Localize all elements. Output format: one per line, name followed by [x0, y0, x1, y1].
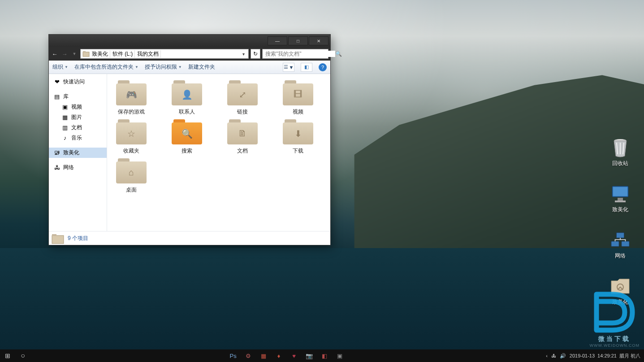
folder-icon — [52, 233, 64, 244]
folder-item-desktop[interactable]: ⌂桌面 — [111, 158, 152, 194]
breadcrumb-seg-0[interactable]: 致美化 — [90, 50, 110, 58]
search-input[interactable] — [263, 51, 335, 57]
svg-rect-10 — [83, 51, 86, 52]
lib-video-icon: ▣ — [61, 104, 69, 111]
folder-item-favorites[interactable]: ☆收藏夹 — [111, 119, 152, 155]
folder-icon: 🗎 — [227, 119, 258, 144]
sidebar-item-label: 文档 — [71, 124, 82, 131]
toolbar: 组织▼ 在库中包含所选的文件夹▼ 授予访问权限▼ 新建文件夹 ☰▼ ◧ ? — [49, 61, 330, 74]
toolbar-organize[interactable]: 组织▼ — [52, 63, 68, 71]
folder-label: 保存的游戏 — [118, 108, 145, 116]
watermark: 微当下载 WWW.WEIDOWN.COM — [590, 291, 640, 348]
folder-item-videos[interactable]: 🎞视频 — [277, 80, 319, 116]
nav-back-button[interactable]: ← — [51, 51, 59, 57]
desktop-icon-label: 致美化 — [612, 206, 628, 214]
start-button[interactable]: ⊞ — [0, 349, 15, 362]
folder-label: 视频 — [293, 108, 303, 116]
lib-pictures-icon: ▦ — [61, 114, 69, 121]
tray-overflow-button[interactable]: ‹ — [546, 353, 548, 358]
toolbar-view-button[interactable]: ☰▼ — [283, 63, 294, 72]
desktop-icon-recycle-bin[interactable]: 回收站 — [605, 138, 636, 167]
watermark-url: WWW.WEIDOWN.COM — [590, 343, 640, 348]
clock-lunar: 腊月 初八 — [619, 353, 640, 359]
maximize-button[interactable]: □ — [288, 36, 308, 45]
sidebar-item-libraries[interactable]: ▤库 — [49, 92, 107, 102]
address-bar: ← → ▼ 致美化 软件 (L:) 我的文档 ▾ ↻ 🔍 — [49, 47, 330, 61]
folder-label: 下载 — [293, 147, 303, 155]
svg-rect-9 — [83, 52, 89, 57]
nav-forward-button[interactable]: → — [61, 51, 69, 57]
watermark-logo-icon — [590, 291, 639, 333]
desktop-icon-label: 网络 — [615, 252, 626, 260]
taskbar-app-jd[interactable]: ♦ — [271, 349, 286, 362]
tray-volume-icon[interactable]: 🔊 — [560, 353, 566, 359]
sidebar-item-lib-documents[interactable]: ▥文档 — [49, 122, 107, 133]
sidebar-item-lib-music[interactable]: ♪音乐 — [49, 133, 107, 143]
wallpaper-water — [0, 248, 644, 349]
minimize-button[interactable]: — — [268, 36, 287, 45]
folder-item-saved-games[interactable]: 🎮保存的游戏 — [111, 80, 152, 116]
desktop-icon-themed-pc[interactable]: 致美化 — [605, 184, 636, 214]
recycle-bin-icon — [610, 138, 630, 158]
desktop-icons: 回收站 致美化 网络 致美化 — [605, 138, 636, 306]
folder-icon: 🎮 — [116, 80, 147, 105]
taskbar-app-app8[interactable]: ▣ — [332, 349, 347, 362]
sidebar-item-label: 快速访问 — [63, 78, 85, 86]
folder-label: 链接 — [237, 108, 248, 116]
breadcrumb[interactable]: 致美化 软件 (L:) 我的文档 ▾ — [80, 49, 249, 59]
taskbar-app-heart[interactable]: ♥ — [286, 349, 302, 362]
folder-item-downloads[interactable]: ⬇下载 — [277, 119, 319, 155]
breadcrumb-dropdown[interactable]: ▾ — [241, 52, 246, 57]
taskbar: ⊞ ○ Ps⚙▦♦♥📷◧▣ ‹ 🖧 🔊 2019-01-13 14:29:21 … — [0, 349, 644, 362]
titlebar[interactable]: — □ ✕ — [49, 35, 330, 47]
folder-item-documents[interactable]: 🗎文档 — [222, 119, 263, 155]
desktop-icon-network[interactable]: 网络 — [605, 231, 636, 260]
svg-rect-11 — [52, 236, 64, 244]
folder-icon: 🎞 — [283, 80, 313, 105]
status-text: 9 个项目 — [68, 235, 88, 242]
taskbar-app-camera[interactable]: 📷 — [302, 349, 317, 362]
toolbar-grant[interactable]: 授予访问权限▼ — [145, 63, 182, 71]
sidebar-item-this-pc[interactable]: 🖳致美化 — [49, 148, 107, 158]
folder-item-searches[interactable]: 🔍搜索 — [166, 119, 207, 155]
search-icon[interactable]: 🔍 — [335, 51, 342, 57]
svg-rect-3 — [618, 198, 623, 201]
taskbar-app-app7[interactable]: ◧ — [317, 349, 332, 362]
system-tray: ‹ 🖧 🔊 2019-01-13 14:29:21 腊月 初八 — [542, 353, 644, 359]
quick-access-icon: ❤ — [53, 79, 61, 86]
content-pane[interactable]: 🎮保存的游戏👤联系人⤢链接🎞视频☆收藏夹🔍搜索🗎文档⬇下载⌂桌面 — [107, 74, 330, 231]
search-box[interactable]: 🔍 — [262, 49, 328, 59]
sidebar-item-quick-access[interactable]: ❤快速访问 — [49, 77, 107, 87]
taskbar-app-ps[interactable]: Ps — [225, 349, 241, 362]
folder-label: 桌面 — [126, 186, 137, 194]
refresh-button[interactable]: ↻ — [251, 49, 260, 59]
folder-icon — [82, 51, 90, 57]
toolbar-include[interactable]: 在库中包含所选的文件夹▼ — [74, 63, 138, 71]
folder-item-contacts[interactable]: 👤联系人 — [166, 80, 207, 116]
folder-item-links[interactable]: ⤢链接 — [222, 80, 263, 116]
libraries-icon: ▤ — [53, 93, 61, 100]
close-button[interactable]: ✕ — [309, 36, 328, 45]
breadcrumb-seg-2[interactable]: 我的文档 — [135, 50, 161, 58]
svg-rect-4 — [615, 201, 626, 202]
tray-network-icon[interactable]: 🖧 — [551, 353, 556, 358]
toolbar-help-button[interactable]: ? — [319, 63, 327, 71]
statusbar: 9 个项目 — [49, 231, 330, 245]
watermark-title: 微当下载 — [598, 335, 631, 343]
toolbar-newfolder[interactable]: 新建文件夹 — [188, 63, 215, 71]
taskbar-app-grid[interactable]: ▦ — [256, 349, 271, 362]
breadcrumb-seg-1[interactable]: 软件 (L:) — [111, 50, 135, 58]
sidebar-item-network[interactable]: 🖧网络 — [49, 162, 107, 173]
taskview-button[interactable]: ○ — [15, 349, 30, 362]
folder-icon: ⤢ — [227, 80, 258, 105]
taskbar-clock[interactable]: 2019-01-13 14:29:21 腊月 初八 — [570, 353, 640, 359]
folder-label: 联系人 — [179, 108, 195, 116]
toolbar-preview-button[interactable]: ◧ — [301, 63, 312, 72]
sidebar-item-lib-video[interactable]: ▣视频 — [49, 102, 107, 112]
nav-recent-button[interactable]: ▼ — [70, 52, 78, 56]
sidebar-item-label: 音乐 — [71, 134, 82, 142]
taskbar-apps: Ps⚙▦♦♥📷◧▣ — [30, 349, 542, 362]
sidebar-item-lib-pictures[interactable]: ▦图片 — [49, 112, 107, 122]
folder-label: 搜索 — [182, 147, 192, 155]
taskbar-app-gear[interactable]: ⚙ — [241, 349, 256, 362]
